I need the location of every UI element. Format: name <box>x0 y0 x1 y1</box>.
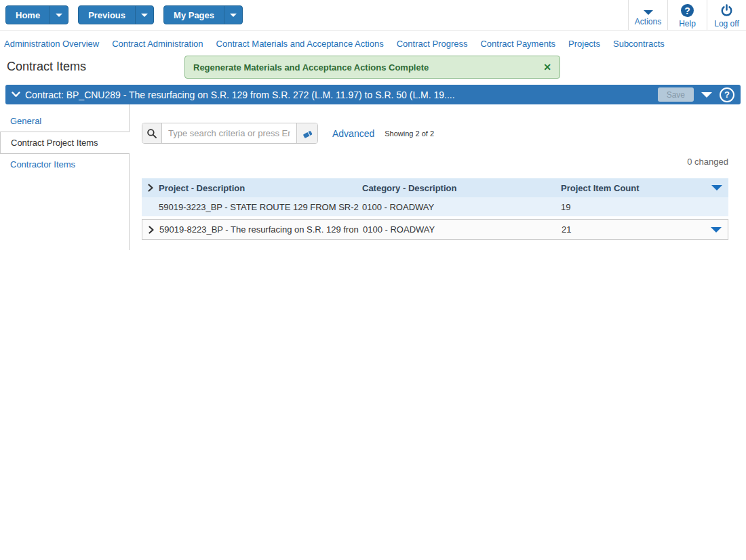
cell-category-description: 0100 - ROADWAY <box>363 224 562 235</box>
sidebar-item-general[interactable]: General <box>0 111 130 132</box>
page-title: Contract Items <box>7 60 86 74</box>
grid-header-menu[interactable] <box>704 185 728 191</box>
search-icon <box>142 123 162 143</box>
nav-link-contract-payments[interactable]: Contract Payments <box>480 39 555 49</box>
contract-bar-actions: Save ? <box>658 87 734 102</box>
row-menu[interactable] <box>703 227 728 233</box>
my-pages-button[interactable]: My Pages <box>163 5 243 24</box>
search-row: Advanced Showing 2 of 2 <box>142 123 728 144</box>
chevron-down-icon <box>141 14 148 17</box>
nav-link-projects[interactable]: Projects <box>568 39 600 49</box>
nav-link-contract-administration[interactable]: Contract Administration <box>112 39 203 49</box>
clear-search-eraser-icon[interactable] <box>296 123 317 143</box>
home-button-label[interactable]: Home <box>6 6 50 24</box>
contract-actions-caret-icon[interactable] <box>701 92 712 98</box>
cell-category-description: 0100 - ROADWAY <box>362 202 561 212</box>
nav-link-subcontracts[interactable]: Subcontracts <box>613 39 665 49</box>
quick-links-bar: Administration Overview Contract Adminis… <box>0 31 746 56</box>
chevron-down-icon <box>56 14 62 17</box>
advanced-search-link[interactable]: Advanced <box>332 128 374 139</box>
search-box <box>142 123 318 144</box>
contract-title: Contract: BP_CNU289 - The resurfacing on… <box>25 89 455 100</box>
cell-project-item-count: 21 <box>562 224 703 235</box>
actions-menu-button[interactable]: Actions <box>628 0 667 30</box>
cell-project-description: 59019-3223_BP - STATE ROUTE 129 FROM SR-… <box>159 202 362 212</box>
notification-message: Regenerate Materials and Acceptance Acti… <box>193 62 429 73</box>
column-header-project-item-count[interactable]: Project Item Count <box>561 183 704 193</box>
expand-chevron-icon[interactable] <box>142 226 159 234</box>
contract-help-icon[interactable]: ? <box>720 87 734 102</box>
close-icon[interactable]: ✕ <box>543 62 551 72</box>
toolbar-buttons: Home Previous My Pages <box>0 0 628 30</box>
column-header-category-description[interactable]: Category - Description <box>362 183 561 193</box>
chevron-down-icon <box>230 14 237 17</box>
nav-link-contract-materials-acceptance-actions[interactable]: Contract Materials and Acceptance Action… <box>216 39 384 49</box>
help-icon: ? <box>681 4 694 17</box>
previous-button[interactable]: Previous <box>78 5 154 24</box>
table-row[interactable]: 59019-8223_BP - The resurfacing on S.R. … <box>142 219 728 240</box>
home-dropdown-toggle[interactable] <box>50 6 68 24</box>
collapse-chevron-icon[interactable] <box>12 92 20 98</box>
showing-count-text: Showing 2 of 2 <box>385 129 434 138</box>
nav-link-contract-progress[interactable]: Contract Progress <box>397 39 468 49</box>
project-items-grid: Project - Description Category - Descrip… <box>142 178 728 240</box>
changed-counter: 0 changed <box>142 157 728 167</box>
cell-project-description: 59019-8223_BP - The resurfacing on S.R. … <box>159 224 363 235</box>
top-toolbar: Home Previous My Pages Actions ? Help Lo… <box>0 0 746 31</box>
save-button[interactable]: Save <box>658 87 694 102</box>
sidebar-item-contract-project-items[interactable]: Contract Project Items <box>0 132 130 154</box>
previous-button-label[interactable]: Previous <box>79 6 135 24</box>
grid-header-row: Project - Description Category - Descrip… <box>142 178 728 197</box>
home-button[interactable]: Home <box>5 5 68 24</box>
my-pages-dropdown-toggle[interactable] <box>224 6 242 24</box>
search-input[interactable] <box>162 123 296 143</box>
contract-header-bar: Contract: BP_CNU289 - The resurfacing on… <box>5 85 741 104</box>
row-actions-caret-icon <box>711 185 722 191</box>
previous-dropdown-toggle[interactable] <box>135 6 153 24</box>
content-panel: Advanced Showing 2 of 2 0 changed Projec… <box>130 104 746 250</box>
help-label: Help <box>679 19 696 28</box>
column-header-project-description[interactable]: Project - Description <box>159 183 362 193</box>
actions-label: Actions <box>635 17 661 26</box>
power-icon <box>720 4 733 17</box>
success-notification: Regenerate Materials and Acceptance Acti… <box>184 56 560 79</box>
log-off-button[interactable]: Log off <box>707 0 746 30</box>
row-actions-caret-icon <box>711 227 722 233</box>
log-off-label: Log off <box>714 19 739 28</box>
main-area: General Contract Project Items Contracto… <box>0 104 746 250</box>
actions-caret-icon <box>644 10 653 15</box>
sidebar-item-contractor-items[interactable]: Contractor Items <box>0 154 130 175</box>
sidebar: General Contract Project Items Contracto… <box>0 104 130 250</box>
nav-link-administration-overview[interactable]: Administration Overview <box>4 39 99 49</box>
help-button[interactable]: ? Help <box>667 0 707 30</box>
table-row[interactable]: 59019-3223_BP - STATE ROUTE 129 FROM SR-… <box>142 197 728 216</box>
my-pages-button-label[interactable]: My Pages <box>164 6 224 24</box>
cell-project-item-count: 19 <box>561 202 704 212</box>
expand-chevron-icon[interactable] <box>142 184 159 192</box>
toolbar-utility-area: Actions ? Help Log off <box>628 0 746 30</box>
page-header: Contract Items Regenerate Materials and … <box>0 56 746 83</box>
